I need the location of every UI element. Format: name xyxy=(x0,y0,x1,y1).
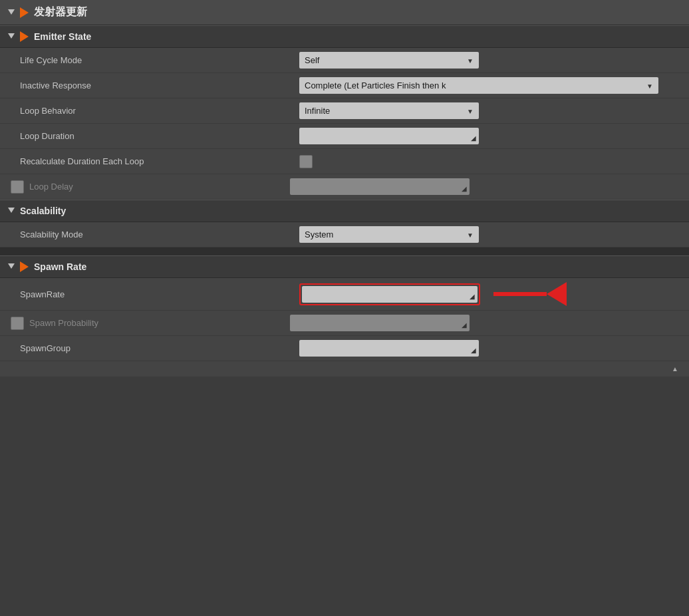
spawn-group-label: SpawnGroup xyxy=(20,343,299,353)
loop-delay-input: 0.0 xyxy=(290,178,470,195)
spawn-rate-link-icon xyxy=(20,261,29,272)
loop-duration-value: 2.0 ◢ xyxy=(299,128,678,144)
loop-behavior-select[interactable]: Infinite Once Multiple xyxy=(299,102,479,119)
loop-duration-input-wrapper: 2.0 ◢ xyxy=(299,128,479,144)
loop-duration-input[interactable]: 2.0 xyxy=(299,128,479,144)
scalability-mode-dropdown-wrapper: System Low Medium High Epic ▼ xyxy=(299,226,479,243)
emitter-state-header[interactable]: Emitter State xyxy=(0,25,689,48)
spawn-probability-checkbox[interactable] xyxy=(11,317,24,330)
spawn-rate-value-area: 20000.0 ◢ xyxy=(299,282,678,306)
bottom-partial-row: ▲ xyxy=(0,361,689,377)
loop-delay-label: Loop Delay xyxy=(29,182,73,192)
scalability-mode-value: System Low Medium High Epic ▼ xyxy=(299,226,678,243)
orange-link-icon xyxy=(20,7,29,18)
spawn-group-input-wrapper: 0 ◢ xyxy=(299,340,479,357)
loop-delay-row: Loop Delay 0.0 ◢ xyxy=(0,174,689,200)
collapse-icon[interactable] xyxy=(8,9,15,16)
scalability-mode-row: Scalability Mode System Low Medium High … xyxy=(0,222,689,247)
spawn-probability-label: Spawn Probability xyxy=(29,318,98,328)
red-arrow-head xyxy=(547,282,567,306)
inactive-response-dropdown-wrapper: Complete (Let Particles Finish then k Ki… xyxy=(299,77,658,94)
scalability-mode-label: Scalability Mode xyxy=(20,230,299,239)
spawn-rate-label: SpawnRate xyxy=(20,289,299,299)
scalability-title: Scalability xyxy=(20,206,66,216)
life-cycle-mode-row: Life Cycle Mode Self System External ▼ xyxy=(0,48,689,73)
spawn-probability-value: 1.0 ◢ xyxy=(290,315,678,331)
scalability-header[interactable]: Scalability xyxy=(0,200,689,222)
spawn-probability-input-wrapper: 1.0 ◢ xyxy=(290,315,470,331)
emitter-state-title: Emitter State xyxy=(34,31,91,42)
loop-delay-input-wrapper: 0.0 ◢ xyxy=(290,178,470,195)
scalability-collapse-icon[interactable] xyxy=(8,208,15,214)
loop-behavior-row: Loop Behavior Infinite Once Multiple ▼ xyxy=(0,98,689,124)
loop-behavior-dropdown-wrapper: Infinite Once Multiple ▼ xyxy=(299,102,479,119)
loop-duration-row: Loop Duration 2.0 ◢ xyxy=(0,124,689,149)
loop-delay-label-area: Loop Delay xyxy=(11,180,290,194)
loop-behavior-label: Loop Behavior xyxy=(20,106,299,116)
scalability-mode-select[interactable]: System Low Medium High Epic xyxy=(299,226,479,243)
emitter-state-link-icon xyxy=(20,31,29,42)
inactive-response-row: Inactive Response Complete (Let Particle… xyxy=(0,73,689,98)
spawn-probability-row: Spawn Probability 1.0 ◢ xyxy=(0,311,689,336)
spawn-rate-highlight-box: 20000.0 ◢ xyxy=(299,283,480,305)
emitter-state-section: Emitter State Life Cycle Mode Self Syste… xyxy=(0,25,689,200)
red-arrow-tail xyxy=(493,292,547,296)
inactive-response-select[interactable]: Complete (Let Particles Finish then k Ki… xyxy=(299,77,658,94)
loop-delay-checkbox[interactable] xyxy=(11,180,24,194)
spawn-rate-input[interactable]: 20000.0 xyxy=(302,286,478,303)
spawn-rate-input-wrapper: 20000.0 ◢ xyxy=(302,286,478,303)
recalculate-duration-value xyxy=(299,155,678,168)
spawn-group-row: SpawnGroup 0 ◢ xyxy=(0,336,689,361)
spawn-rate-row: SpawnRate 20000.0 ◢ xyxy=(0,278,689,311)
loop-delay-value: 0.0 ◢ xyxy=(290,178,678,195)
inactive-response-value: Complete (Let Particles Finish then k Ki… xyxy=(299,77,678,94)
recalculate-duration-checkbox[interactable] xyxy=(299,155,313,168)
life-cycle-mode-select[interactable]: Self System External xyxy=(299,52,479,69)
section-gap xyxy=(0,247,689,255)
spawn-group-value: 0 ◢ xyxy=(299,340,678,357)
scalability-section: Scalability Scalability Mode System Low … xyxy=(0,200,689,247)
top-header: 发射器更新 xyxy=(0,0,689,25)
spawn-rate-section: Spawn Rate SpawnRate 20000.0 ◢ Spawn Pro… xyxy=(0,255,689,377)
recalculate-duration-label: Recalculate Duration Each Loop xyxy=(20,156,299,166)
red-arrow-indicator xyxy=(493,282,567,306)
top-header-title: 发射器更新 xyxy=(34,5,87,19)
life-cycle-mode-dropdown-wrapper: Self System External ▼ xyxy=(299,52,479,69)
spawn-rate-title: Spawn Rate xyxy=(34,261,86,272)
bottom-expand-indicator: ▲ xyxy=(672,365,678,373)
spawn-probability-label-area: Spawn Probability xyxy=(11,317,290,330)
expand-icon[interactable]: ▲ xyxy=(672,365,678,373)
spawn-rate-header[interactable]: Spawn Rate xyxy=(0,255,689,278)
emitter-state-collapse-icon[interactable] xyxy=(8,33,15,40)
loop-duration-label: Loop Duration xyxy=(20,131,299,141)
spawn-rate-collapse-icon[interactable] xyxy=(8,263,15,270)
inactive-response-label: Inactive Response xyxy=(20,80,299,90)
life-cycle-mode-label: Life Cycle Mode xyxy=(20,55,299,65)
spawn-group-input[interactable]: 0 xyxy=(299,340,479,357)
recalculate-duration-row: Recalculate Duration Each Loop xyxy=(0,149,689,174)
spawn-probability-input: 1.0 xyxy=(290,315,470,331)
loop-behavior-value: Infinite Once Multiple ▼ xyxy=(299,102,678,119)
life-cycle-mode-value: Self System External ▼ xyxy=(299,52,678,69)
